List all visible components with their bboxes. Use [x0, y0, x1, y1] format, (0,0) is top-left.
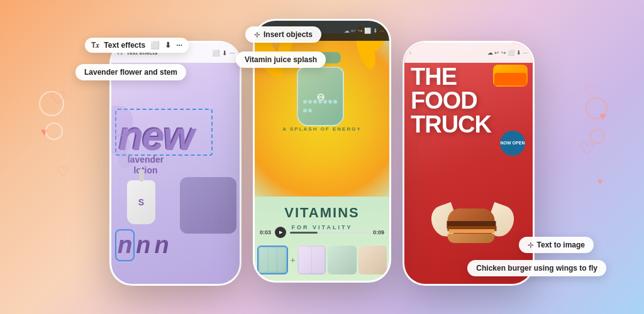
insert-objects-chip[interactable]: ⊹ Insert objects	[245, 26, 321, 43]
chip-more-icon[interactable]: ···	[176, 41, 182, 50]
right-phone-topbar: ‹ ☁ ↩ ↪ ⬜ ⬇ ···	[404, 43, 533, 63]
main-scene: T𝑥 Text effects ⬜ ⬇ ··· new lavenderloti…	[0, 0, 644, 314]
time-end: 0:09	[373, 229, 384, 236]
insert-objects-label: Insert objects	[264, 30, 313, 39]
bottle-logo: S	[138, 197, 144, 207]
text-effects-chip[interactable]: T𝑥 Text effects ⬜ ⬇ ···	[85, 38, 189, 53]
circle-deco-left-1	[39, 91, 64, 116]
flowers-area	[180, 177, 236, 234]
vitamin-prompt-text: Vitamin juice splash	[245, 55, 317, 64]
more-icon[interactable]: ···	[230, 50, 235, 57]
jar-pills	[303, 100, 338, 116]
n-chars-row: n n n	[118, 232, 233, 259]
copy-icon[interactable]: ⬜	[212, 50, 219, 57]
download-icon[interactable]: ⬇	[222, 50, 227, 57]
time-start: 0:03	[260, 229, 271, 236]
splash-sub-text: A SPLASH OF ENERGY	[255, 126, 389, 132]
phone-right: ‹ ☁ ↩ ↪ ⬜ ⬇ ··· THEFOODTRUCK NOW OPEN	[402, 41, 535, 286]
right-topbar-icons: ☁ ↩ ↪ ⬜ ⬇ ···	[487, 50, 528, 56]
text-effects-chip-label: Text effects	[104, 41, 145, 50]
food-truck-image	[493, 65, 528, 87]
vitamin-prompt-chip[interactable]: Vitamin juice splash	[236, 51, 326, 68]
heart-deco-7: ♥	[597, 176, 604, 187]
now-open-badge: NOW OPEN	[500, 131, 525, 156]
vitamins-title: VITAMINS	[255, 205, 389, 221]
timeline-progress	[290, 232, 318, 234]
now-open-text: NOW OPEN	[501, 141, 525, 146]
truck-shape	[494, 73, 526, 85]
right-topbar-back[interactable]: ‹	[409, 50, 411, 56]
circle-deco-right-2	[590, 129, 605, 144]
text-to-image-chip[interactable]: ⊹ Text to image	[519, 237, 594, 253]
product-bottle: S	[124, 180, 158, 230]
text-to-image-label: Text to image	[537, 241, 585, 249]
filmstrip-thumb-2[interactable]	[297, 246, 326, 274]
deco-circle-3	[118, 153, 133, 168]
chicken-prompt-chip[interactable]: Chicken burger using wings to fly	[467, 260, 606, 276]
video-timeline[interactable]: 0:03 ▶ 0:09	[260, 223, 384, 242]
play-button[interactable]: ▶	[275, 227, 286, 238]
burger-bun-top	[448, 208, 495, 222]
burger-bun-bottom	[448, 234, 495, 243]
heart-deco-4: ♡	[583, 82, 597, 99]
filmstrip-thumb-1[interactable]	[257, 246, 288, 274]
circle-deco-left-2	[45, 122, 63, 140]
filmstrip-thumb-3[interactable]	[328, 246, 356, 274]
chip-copy-icon[interactable]: ⬜	[150, 41, 160, 50]
chicken-prompt-text: Chicken burger using wings to fly	[476, 264, 597, 273]
bottle-pump	[139, 169, 144, 181]
insert-icon: ⊹	[254, 31, 260, 39]
circle-deco-right-1	[586, 97, 608, 119]
burger-body	[448, 208, 498, 243]
text-fx-icon: T𝑥	[91, 41, 99, 50]
jar-body: ⊖	[297, 67, 344, 126]
burger-with-wings	[432, 168, 514, 249]
heart-deco-3: ♡	[57, 163, 69, 180]
mid-toolbar-icons: ☁ ↩ ↪ ⬜ ⬇ ···	[344, 28, 384, 34]
chip-dl-icon[interactable]: ⬇	[165, 41, 171, 50]
lavender-prompt-text: Lavender flower and stem	[84, 68, 177, 77]
filmstrip-thumb-4[interactable]	[358, 246, 387, 274]
burger-lettuce	[449, 229, 495, 233]
n-char-3[interactable]: n	[154, 232, 169, 259]
filmstrip-plus[interactable]: +	[290, 255, 295, 265]
n-char-2[interactable]: n	[136, 232, 150, 259]
food-truck-title: THEFOODTRUCK	[411, 65, 491, 136]
filmstrip: +	[257, 244, 387, 276]
lavender-prompt-chip[interactable]: Lavender flower and stem	[75, 64, 186, 80]
tti-icon: ⊹	[528, 241, 533, 249]
n-char-1[interactable]: n	[118, 232, 132, 259]
timeline-bar[interactable]	[290, 232, 369, 234]
